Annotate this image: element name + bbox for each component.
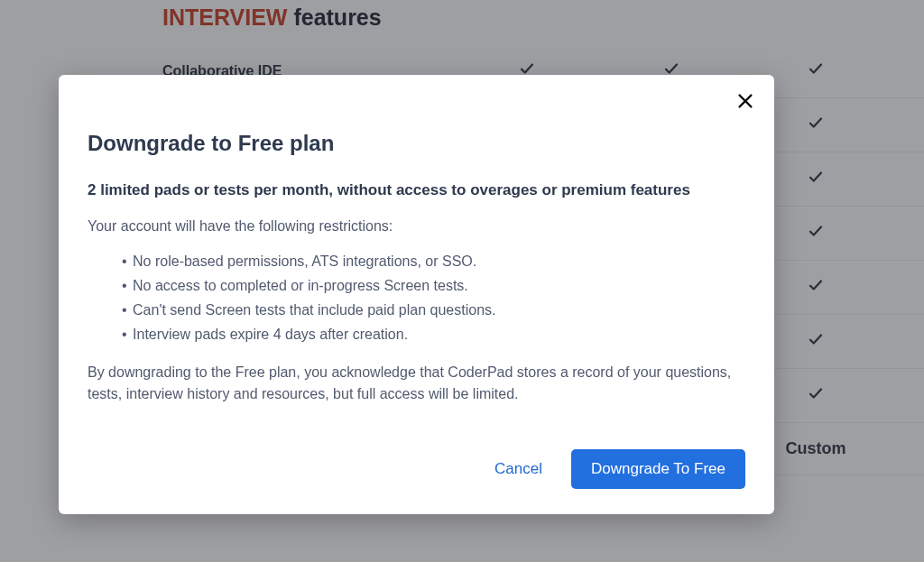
modal-actions: Cancel Downgrade To Free: [88, 449, 745, 489]
restriction-item: No role-based permissions, ATS integrati…: [122, 249, 745, 273]
restriction-item: No access to completed or in-progress Sc…: [122, 273, 745, 298]
close-button[interactable]: [733, 89, 758, 115]
modal-acknowledgement: By downgrading to the Free plan, you ack…: [88, 362, 745, 407]
restrictions-list: No role-based permissions, ATS integrati…: [88, 249, 745, 347]
downgrade-modal: Downgrade to Free plan 2 limited pads or…: [59, 75, 774, 514]
modal-title: Downgrade to Free plan: [88, 131, 745, 156]
cancel-button[interactable]: Cancel: [491, 451, 546, 487]
restriction-item: Interview pads expire 4 days after creat…: [122, 322, 745, 346]
downgrade-confirm-button[interactable]: Downgrade To Free: [571, 449, 745, 489]
modal-subtitle: 2 limited pads or tests per month, witho…: [88, 181, 745, 199]
restriction-item: Can't send Screen tests that include pai…: [122, 298, 745, 322]
close-icon: [735, 91, 755, 114]
modal-intro: Your account will have the following res…: [88, 216, 745, 238]
